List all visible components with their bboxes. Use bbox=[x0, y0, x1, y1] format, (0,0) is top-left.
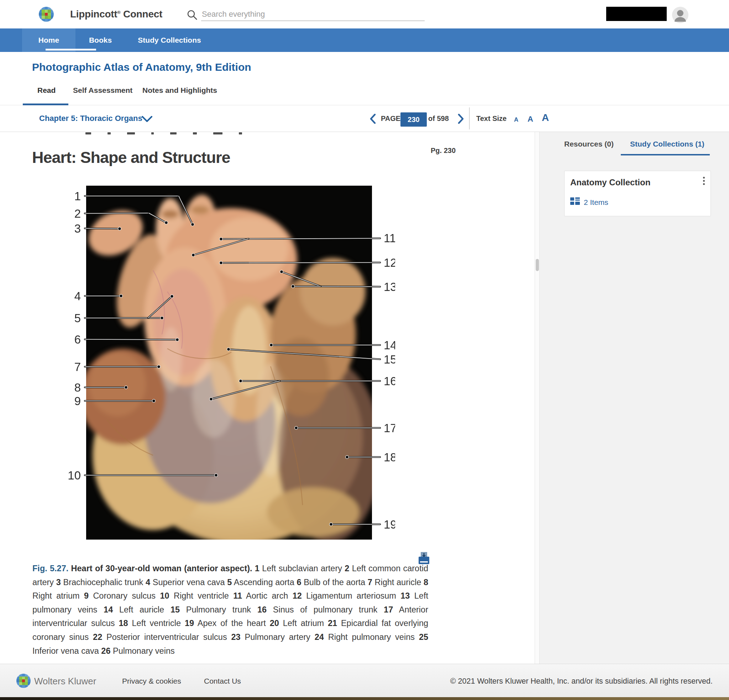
sidebar-tab-study-collections[interactable]: Study Collections (1) bbox=[630, 140, 704, 148]
kebab-menu-icon[interactable] bbox=[703, 177, 705, 185]
figure-callout-number: 11 bbox=[384, 232, 395, 245]
toolbar-divider bbox=[469, 107, 469, 129]
figure-callout-number: 13 bbox=[384, 280, 395, 293]
figure-callout-number: 7 bbox=[74, 360, 81, 374]
text-size-small-button[interactable]: A bbox=[514, 116, 518, 123]
figure-caption: Fig. 5.27. Heart of 30-year-old woman (a… bbox=[32, 562, 428, 658]
next-page-image-edge bbox=[0, 697, 729, 700]
text-size-large-button[interactable]: A bbox=[542, 112, 549, 123]
figure-callout-number: 18 bbox=[384, 451, 395, 464]
page-footer: Wolters Kluwer Privacy & cookies Contact… bbox=[0, 664, 729, 697]
lippincott-logo-icon bbox=[39, 7, 54, 22]
resources-sidebar: Resources (0) Study Collections (1) Anat… bbox=[540, 132, 729, 664]
page: Lippincott® Connect Home Books Study Col… bbox=[0, 0, 729, 700]
leader-dot bbox=[118, 227, 121, 230]
figure-callout-number: 19 bbox=[384, 518, 395, 531]
nav-item-home[interactable]: Home bbox=[22, 29, 76, 52]
leader-line bbox=[85, 228, 120, 229]
leader-dot bbox=[292, 285, 295, 288]
figure-callout-number: 4 bbox=[74, 290, 81, 303]
leader-dot bbox=[239, 380, 243, 383]
chevron-down-icon[interactable] bbox=[142, 116, 152, 122]
contact-us-link[interactable]: Contact Us bbox=[204, 677, 241, 686]
tab-read[interactable]: Read bbox=[37, 86, 55, 95]
reader-toolbar: Chapter 5: Thoracic Organs PAGE of 598 T… bbox=[0, 105, 729, 132]
figure-callout-number: 10 bbox=[68, 469, 81, 482]
app-header: Lippincott® Connect bbox=[0, 0, 729, 29]
figure-callout-number: 5 bbox=[74, 312, 81, 325]
sidebar-active-tab-underline bbox=[621, 154, 710, 155]
leader-dot bbox=[191, 223, 195, 226]
figure-callout-number: 3 bbox=[74, 222, 81, 235]
nav-item-study-collections[interactable]: Study Collections bbox=[132, 29, 207, 52]
leader-line bbox=[85, 213, 149, 213]
leader-dot bbox=[219, 238, 223, 241]
wolters-kluwer-logo-icon bbox=[16, 674, 30, 688]
redacted-username bbox=[606, 7, 667, 21]
leader-dot bbox=[346, 456, 349, 459]
leader-dot bbox=[120, 294, 123, 298]
registered-mark: ® bbox=[117, 10, 120, 15]
leader-dot bbox=[176, 338, 179, 342]
book-title-link[interactable]: Photographic Atlas of Anatomy, 9th Editi… bbox=[32, 61, 251, 73]
page-title: Heart: Shape and Structure bbox=[32, 148, 230, 167]
search-input[interactable] bbox=[201, 8, 425, 21]
tab-self-assessment[interactable]: Self Assessment bbox=[73, 86, 132, 95]
figure-callout-number: 6 bbox=[74, 333, 81, 346]
tab-notes-highlights[interactable]: Notes and Highlights bbox=[142, 86, 217, 95]
leader-dot bbox=[295, 426, 298, 430]
privacy-cookies-link[interactable]: Privacy & cookies bbox=[122, 677, 181, 686]
leader-dot bbox=[161, 317, 164, 320]
figure-callout-number: 15 bbox=[384, 353, 395, 366]
figure-callout-number: 17 bbox=[384, 422, 395, 435]
primary-nav: Home Books Study Collections bbox=[0, 29, 729, 52]
leader-dot bbox=[330, 523, 333, 526]
leader-dot bbox=[227, 348, 230, 351]
user-avatar[interactable] bbox=[672, 7, 688, 23]
scrollbar-thumb[interactable] bbox=[536, 259, 539, 271]
page-number-input[interactable] bbox=[401, 112, 427, 127]
leader-line bbox=[85, 339, 177, 340]
copyright-text: © 2021 Wolters Kluwer Health, Inc. and/o… bbox=[450, 677, 713, 686]
figure-callout-number: 2 bbox=[74, 207, 81, 220]
leader-dot bbox=[215, 474, 218, 477]
text-size-medium-button[interactable]: A bbox=[527, 114, 533, 124]
leader-dot bbox=[170, 295, 174, 298]
collection-grid-icon bbox=[570, 197, 580, 205]
nav-home-label: Home bbox=[38, 36, 59, 45]
brand-title: Lippincott® Connect bbox=[70, 9, 162, 20]
figure-callout-number: 16 bbox=[384, 375, 395, 388]
figure-callout-number: 12 bbox=[384, 256, 395, 269]
page-total: of 598 bbox=[428, 114, 449, 123]
search-icon bbox=[186, 9, 198, 20]
page-label: PAGE bbox=[381, 114, 401, 123]
previous-page-icon[interactable] bbox=[369, 114, 376, 124]
leader-dot bbox=[219, 261, 223, 265]
page-marker: Pg. 230 bbox=[431, 146, 456, 155]
anatomy-figure: 12345678910111213141516171819 bbox=[61, 181, 395, 544]
book-header: Photographic Atlas of Anatomy, 9th Editi… bbox=[0, 52, 729, 105]
leader-dot bbox=[125, 386, 128, 389]
figure-callout-number: 8 bbox=[74, 381, 81, 394]
leader-line bbox=[221, 262, 380, 263]
content-scrollbar[interactable] bbox=[534, 132, 540, 664]
chapter-dropdown[interactable]: Chapter 5: Thoracic Organs bbox=[39, 114, 142, 123]
leader-line bbox=[321, 286, 380, 287]
next-page-icon[interactable] bbox=[458, 114, 464, 124]
leader-dot bbox=[280, 270, 283, 274]
leader-dot bbox=[152, 399, 155, 403]
nav-study-collections-label: Study Collections bbox=[138, 36, 201, 45]
clipped-text-remnant bbox=[86, 132, 377, 135]
leader-dot bbox=[270, 343, 273, 347]
nav-item-books[interactable]: Books bbox=[83, 29, 118, 52]
leader-dot bbox=[165, 221, 168, 225]
leader-dot bbox=[210, 398, 213, 401]
sidebar-tab-resources[interactable]: Resources (0) bbox=[564, 140, 614, 148]
collection-items-link[interactable]: 2 Items bbox=[584, 198, 608, 207]
figure-callout-number: 9 bbox=[74, 394, 81, 408]
leader-dot bbox=[192, 254, 195, 257]
collection-card[interactable]: Anatomy Collection 2 Items bbox=[564, 171, 711, 216]
nav-books-label: Books bbox=[89, 36, 112, 45]
leader-dot bbox=[157, 365, 161, 368]
collection-card-title: Anatomy Collection bbox=[570, 177, 650, 187]
